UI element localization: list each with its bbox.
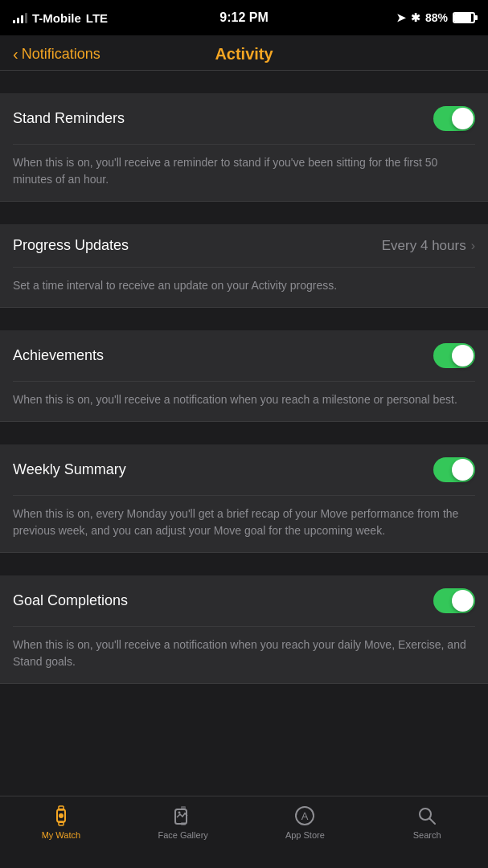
back-button[interactable]: ‹ Notifications [13, 45, 100, 63]
tab-search[interactable]: Search [366, 805, 488, 840]
carrier-label: T-Mobile [32, 11, 81, 25]
svg-point-5 [178, 812, 180, 814]
goal-completions-toggle[interactable] [433, 588, 475, 613]
face-gallery-icon [172, 805, 195, 827]
toggle-knob [452, 459, 474, 481]
spacer-2 [0, 308, 488, 330]
svg-rect-1 [59, 806, 64, 810]
stand-reminders-label: Stand Reminders [13, 110, 125, 127]
weekly-summary-label: Weekly Summary [13, 461, 126, 478]
battery-icon [453, 12, 475, 23]
nav-bar: ‹ Notifications Activity [0, 35, 488, 70]
svg-text:A: A [301, 810, 309, 822]
weekly-summary-section: Weekly Summary When this is on, every Mo… [0, 444, 488, 552]
top-spacer [0, 71, 488, 93]
app-store-icon: A [293, 805, 316, 827]
goal-completions-section: Goal Completions When this is on, you'll… [0, 575, 488, 683]
content-area: Stand Reminders When this is on, you'll … [0, 71, 488, 831]
achievements-row: Achievements [13, 330, 475, 382]
tab-my-watch[interactable]: My Watch [0, 805, 122, 840]
progress-updates-description: Set a time interval to receive an update… [13, 268, 475, 307]
signal-icon [13, 12, 27, 23]
battery-label: 88% [425, 11, 448, 24]
goal-completions-description: When this is on, you'll receive a notifi… [13, 627, 475, 683]
progress-updates-value: Every 4 hours [382, 238, 466, 254]
progress-updates-row[interactable]: Progress Updates Every 4 hours › [13, 224, 475, 268]
tab-search-label: Search [413, 830, 441, 840]
goal-completions-row: Goal Completions [13, 575, 475, 627]
chevron-left-icon: ‹ [13, 45, 18, 63]
page-title: Activity [215, 45, 273, 63]
svg-rect-2 [59, 821, 64, 825]
bluetooth-icon: ✱ [411, 11, 420, 24]
svg-point-3 [59, 813, 64, 818]
tab-app-store-label: App Store [285, 830, 325, 840]
tab-face-gallery[interactable]: Face Gallery [122, 805, 244, 840]
progress-updates-label: Progress Updates [13, 237, 129, 254]
network-type-label: LTE [86, 11, 108, 25]
toggle-knob [452, 590, 474, 612]
progress-updates-value-container: Every 4 hours › [382, 238, 475, 254]
time-label: 9:12 PM [219, 10, 268, 24]
my-watch-icon [50, 805, 72, 827]
tab-face-gallery-label: Face Gallery [158, 830, 207, 840]
svg-rect-7 [181, 822, 186, 825]
spacer-1 [0, 202, 488, 224]
tab-app-store[interactable]: A App Store [244, 805, 367, 840]
back-label: Notifications [22, 46, 100, 63]
location-icon: ➤ [396, 11, 406, 24]
status-bar: T-Mobile LTE 9:12 PM ➤ ✱ 88% [0, 0, 488, 35]
sep-5 [0, 683, 488, 684]
weekly-summary-description: When this is on, every Monday you'll get… [13, 496, 475, 552]
progress-updates-section: Progress Updates Every 4 hours › Set a t… [0, 224, 488, 307]
svg-line-11 [430, 819, 436, 825]
chevron-right-icon: › [471, 239, 475, 253]
achievements-section: Achievements When this is on, you'll rec… [0, 330, 488, 421]
spacer-3 [0, 422, 488, 444]
stand-reminders-description: When this is on, you'll receive a remind… [13, 145, 475, 201]
spacer-4 [0, 553, 488, 575]
achievements-label: Achievements [13, 347, 104, 364]
weekly-summary-row: Weekly Summary [13, 444, 475, 496]
toggle-knob [452, 108, 474, 129]
tab-bar: My Watch Face Gallery A App Store [0, 796, 488, 868]
achievements-toggle[interactable] [433, 343, 475, 368]
svg-rect-6 [181, 806, 186, 809]
toggle-knob [452, 345, 474, 366]
tab-my-watch-label: My Watch [42, 830, 81, 840]
search-icon [416, 805, 438, 827]
goal-completions-label: Goal Completions [13, 592, 128, 609]
stand-reminders-row: Stand Reminders [13, 93, 475, 145]
stand-reminders-toggle[interactable] [433, 106, 475, 131]
stand-reminders-section: Stand Reminders When this is on, you'll … [0, 93, 488, 201]
achievements-description: When this is on, you'll receive a notifi… [13, 382, 475, 421]
weekly-summary-toggle[interactable] [433, 457, 475, 482]
